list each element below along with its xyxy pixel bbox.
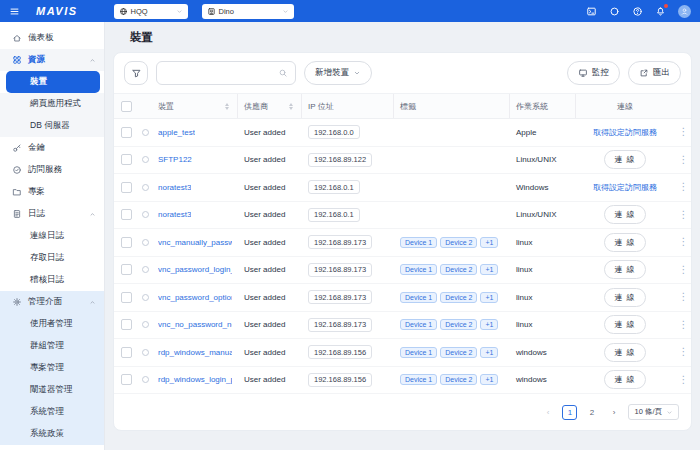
device-name-link[interactable]: vnc_password_option... [158,293,232,302]
configure-access-link[interactable]: 取得設定訪問服務 [593,127,657,138]
configure-access-link[interactable]: 取得設定訪問服務 [593,182,657,193]
device-name-link[interactable]: rdp_windows_login_pa... [158,375,232,384]
row-checkbox[interactable] [121,182,132,193]
vendor-cell: User added [238,375,302,384]
column-header-vendor[interactable]: 供應商 [238,94,302,118]
device-name-link[interactable]: vnc_password_login_... [158,265,232,274]
tenant-select[interactable]: Dino [202,4,294,19]
device-name-link[interactable]: noratest3 [158,183,191,192]
sidebar-item[interactable]: 管理介面 [0,291,104,313]
search-input[interactable] [164,68,274,79]
sidebar-item[interactable]: 網頁應用程式 [0,93,104,115]
sidebar-item-label: 訪問服務 [28,164,62,176]
device-name-link[interactable]: noratest3 [158,210,191,219]
sidebar-item[interactable]: 閘道器管理 [0,379,104,401]
row-menu-icon[interactable]: ⋮ [679,210,689,220]
sidebar-item[interactable]: 稽核日誌 [0,269,104,291]
row-checkbox[interactable] [121,347,132,358]
connect-button[interactable]: 連 線 [604,315,645,334]
row-checkbox[interactable] [121,264,132,275]
sidebar-item[interactable]: 儀表板 [0,27,104,49]
row-menu-icon[interactable]: ⋮ [679,375,689,385]
chevron-down-icon [666,409,673,416]
row-checkbox[interactable] [121,237,132,248]
row-menu-icon[interactable]: ⋮ [679,127,689,137]
page-size-select[interactable]: 10 條/頁 [628,404,679,420]
sidebar-item[interactable]: 群組管理 [0,335,104,357]
row-menu-icon[interactable]: ⋮ [679,320,689,330]
row-menu-icon[interactable]: ⋮ [679,182,689,192]
add-device-button[interactable]: 新增裝置 [304,61,372,85]
sidebar-item[interactable]: 金鑰 [0,137,104,159]
select-all-checkbox[interactable] [121,101,132,112]
device-name-link[interactable]: rdp_windows_manuall... [158,348,232,357]
sidebar-item[interactable]: 訪問服務 [0,159,104,181]
funnel-icon [131,68,142,79]
device-name-link[interactable]: apple_test [158,128,195,137]
row-menu-icon[interactable]: ⋮ [679,347,689,357]
pagination-page-2[interactable]: 2 [584,405,599,420]
row-checkbox[interactable] [121,127,132,138]
sidebar-item-label: 使用者管理 [30,318,73,330]
pagination-prev-icon[interactable]: ‹ [540,405,555,420]
sort-icon[interactable] [289,103,293,110]
connect-button[interactable]: 連 線 [604,150,645,169]
sort-icon[interactable] [225,103,229,110]
sidebar-item[interactable]: 使用者管理 [0,313,104,335]
row-menu-icon[interactable]: ⋮ [679,292,689,302]
tags-cell: Device 1Device 2+1 [394,319,510,330]
os-cell: Windows [510,183,576,192]
filter-button[interactable] [124,61,148,85]
circle-icon[interactable] [609,6,620,17]
connect-button[interactable]: 連 線 [604,205,645,224]
sidebar-item-label: 系統管理 [30,406,64,418]
row-menu-icon[interactable]: ⋮ [679,237,689,247]
sidebar-item[interactable]: 系統政策 [0,423,104,445]
connect-button[interactable]: 連 線 [604,233,645,252]
tag-chip: Device 2 [440,319,477,330]
sidebar-item-label: 網頁應用程式 [30,98,81,110]
row-menu-icon[interactable]: ⋮ [679,155,689,165]
pagination-next-icon[interactable]: › [606,405,621,420]
row-checkbox[interactable] [121,154,132,165]
column-header-ip: IP 位址 [302,94,394,118]
user-avatar[interactable] [678,5,691,18]
sidebar-item[interactable]: 專案 [0,181,104,203]
sidebar-item[interactable]: DB 伺服器 [0,115,104,137]
row-checkbox[interactable] [121,319,132,330]
hamburger-menu-icon[interactable] [9,6,20,17]
help-icon[interactable] [632,6,643,17]
sidebar-item[interactable]: 系統管理 [0,401,104,423]
bell-icon[interactable] [655,6,666,17]
sidebar-item[interactable]: 連線日誌 [0,225,104,247]
remote-session-icon[interactable] [586,6,597,17]
device-name-link[interactable]: SFTP122 [158,155,192,164]
connect-button[interactable]: 連 線 [604,288,645,307]
device-name-link[interactable]: vnc_no_password_no... [158,320,232,329]
export-button[interactable]: 匯出 [628,61,681,85]
sidebar-item[interactable]: 資源 [0,49,104,71]
column-header-os: 作業系統 [510,94,576,118]
sidebar-item[interactable]: 專案管理 [0,357,104,379]
connect-button[interactable]: 連 線 [604,370,645,389]
device-name-link[interactable]: vnc_manually_passwo... [158,238,232,247]
row-checkbox[interactable] [121,209,132,220]
badge-icon [12,165,22,175]
row-checkbox[interactable] [121,374,132,385]
column-header-device[interactable]: 裝置 [152,94,238,118]
monitor-button[interactable]: 監控 [567,61,620,85]
connect-button[interactable]: 連 線 [604,260,645,279]
connect-button[interactable]: 連 線 [604,343,645,362]
sidebar-item[interactable]: 裝置 [6,71,100,93]
sidebar-item[interactable]: 存取日誌 [0,247,104,269]
table-row: vnc_no_password_no...User added192.168.8… [114,312,691,340]
pagination-page-1[interactable]: 1 [562,405,577,420]
org-select[interactable]: HQQ [114,4,188,19]
row-checkbox[interactable] [121,292,132,303]
sidebar-item[interactable]: 日誌 [0,203,104,225]
row-menu-icon[interactable]: ⋮ [679,265,689,275]
chevron-up-icon [89,299,96,306]
tags-cell: Device 1Device 2+1 [394,237,510,248]
tag-chip: Device 1 [400,374,437,385]
chevron-down-icon [282,8,289,15]
